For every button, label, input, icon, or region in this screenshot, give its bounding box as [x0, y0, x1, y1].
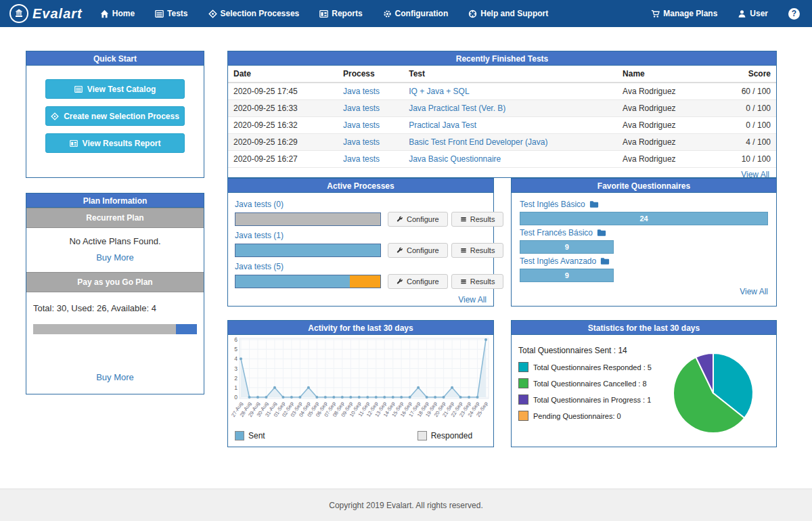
view-test-catalog-button[interactable]: View Test Catalog [45, 79, 185, 99]
cell-process: Java tests [338, 117, 403, 134]
process-progressbar [235, 275, 381, 288]
diamond-icon [51, 112, 59, 120]
plan-usage-progressbar [33, 324, 197, 334]
test-link[interactable]: Basic Test Front End Developer (Java) [409, 137, 547, 147]
col-header-score: Score [710, 66, 776, 83]
configure-button[interactable]: Configure [388, 243, 448, 258]
brand-logo[interactable]: Evalart [9, 4, 83, 23]
buy-more-link-recurrent[interactable]: Buy More [96, 252, 134, 263]
nav-item-configuration[interactable]: Configuration [383, 9, 449, 18]
statistics-title: Statistics for the last 30 days [512, 321, 776, 335]
active-processes-title: Active Processes [228, 179, 493, 193]
test-link[interactable]: Java Practical Test (Ver. B) [409, 104, 505, 113]
svg-text:1: 1 [234, 384, 238, 391]
evalart-logo-icon [9, 4, 28, 23]
create-new-selection-process-button[interactable]: Create new Selection Process [45, 106, 185, 126]
favorites-panel: Favorite Questionnaires Test Inglés Bási… [511, 178, 777, 307]
responded-legend-swatch [418, 431, 427, 440]
process-name-link[interactable]: Java tests (5) [235, 262, 284, 271]
col-header-test: Test [403, 66, 617, 83]
test-link[interactable]: Practical Java Test [409, 120, 476, 130]
plan-available-segment [176, 324, 197, 334]
results-icon [460, 247, 467, 254]
sent-legend-label: Sent [248, 431, 265, 440]
folder-icon[interactable] [597, 228, 606, 237]
nav-item-help-and-support[interactable]: Help and Support [468, 9, 548, 18]
process-link[interactable]: Java tests [343, 87, 380, 96]
view-results-report-button[interactable]: View Results Report [45, 133, 185, 153]
configure-button[interactable]: Configure [388, 212, 448, 227]
statistics-legend: Total Questionnaires Sent : 14 Total Que… [518, 342, 659, 447]
test-link[interactable]: Java Basic Questionnaire [409, 154, 501, 164]
nav-item-home[interactable]: Home [100, 9, 135, 18]
nav-item-tests[interactable]: Tests [155, 9, 187, 18]
help-question-icon[interactable]: ? [788, 8, 800, 20]
activity-panel: Activity for the last 30 days 012345627-… [227, 320, 494, 447]
favorite-test-link[interactable]: Test Francés Básico [520, 228, 593, 237]
process-link[interactable]: Java tests [343, 154, 380, 164]
favorites-view-all-link[interactable]: View All [740, 287, 768, 296]
svg-text:0: 0 [234, 394, 238, 401]
svg-text:3: 3 [234, 365, 238, 372]
plan-info-panel: Plan Information Recurrent Plan No Activ… [26, 193, 204, 394]
process-link[interactable]: Java tests [343, 104, 380, 113]
top-navbar: Evalart HomeTestsSelection ProcessesRepo… [0, 0, 812, 27]
cart-icon [651, 9, 660, 18]
statistics-legend-item: Total Questionnaires Responded : 5 [518, 362, 659, 372]
process-name-link[interactable]: Java tests (1) [235, 231, 284, 240]
svg-text:6: 6 [234, 336, 238, 343]
page-footer: Copyright 2019 Evalart. All rights reser… [0, 489, 812, 521]
user-icon [738, 9, 746, 18]
nav-item-reports[interactable]: Reports [319, 9, 362, 18]
process-link[interactable]: Java tests [343, 137, 380, 147]
favorite-test-link[interactable]: Test Inglés Básico [520, 200, 585, 209]
results-button[interactable]: Results [451, 212, 504, 227]
wrench-icon [397, 278, 403, 285]
favorite-test-link[interactable]: Test Inglés Avanzado [520, 256, 596, 266]
active-processes-view-all-link[interactable]: View All [458, 295, 487, 304]
cell-name: Ava Rodriguez [617, 134, 710, 151]
results-button[interactable]: Results [451, 243, 504, 258]
no-active-plans-text: No Active Plans Found. [26, 228, 204, 249]
responded-legend-label: Responded [431, 431, 472, 440]
favorite-item: Test Francés Básico9 [520, 228, 768, 254]
statistics-legend-item: Total Questionnaires in Progress : 1 [518, 394, 659, 405]
process-name-link[interactable]: Java tests (0) [235, 200, 284, 209]
cell-name: Ava Rodriguez [617, 117, 710, 134]
total-sent-text: Total Questionnaires Sent : 14 [518, 346, 659, 355]
process-row: Java tests (5)ConfigureResults [235, 260, 487, 289]
reports-grid-icon [319, 9, 328, 18]
folder-icon[interactable] [600, 256, 610, 266]
favorites-title: Favorite Questionnaires [512, 179, 776, 193]
results-icon [460, 278, 467, 285]
plan-totals-text: Total: 30, Used: 26, Available: 4 [26, 292, 204, 319]
active-processes-panel: Active Processes Java tests (0)Configure… [227, 178, 494, 307]
process-link[interactable]: Java tests [343, 120, 380, 130]
nav-item-selection-processes[interactable]: Selection Processes [208, 9, 300, 18]
configure-button[interactable]: Configure [388, 274, 448, 289]
cell-score: 0 / 100 [710, 100, 776, 117]
quick-start-panel: Quick Start View Test CatalogCreate new … [26, 51, 204, 178]
cell-test: IQ + Java + SQL [403, 83, 617, 100]
folder-icon[interactable] [589, 200, 599, 209]
table-row: 2020-09-25 17:45Java testsIQ + Java + SQ… [228, 83, 776, 100]
nav-item-manage-plans[interactable]: Manage Plans [651, 9, 717, 18]
process-progressbar [235, 244, 381, 257]
cell-date: 2020-09-25 17:45 [228, 83, 338, 100]
cell-process: Java tests [338, 134, 403, 151]
table-row: 2020-09-25 16:29Java testsBasic Test Fro… [228, 134, 776, 151]
copyright-text: Copyright 2019 Evalart. All rights reser… [329, 501, 482, 510]
legend-swatch [518, 411, 528, 421]
nav-item-user[interactable]: User [738, 9, 768, 18]
test-link[interactable]: IQ + Java + SQL [409, 87, 469, 96]
cell-test: Practical Java Test [403, 117, 617, 134]
progress-blue-segment [235, 275, 350, 288]
gear-icon [383, 9, 392, 18]
cell-process: Java tests [338, 151, 403, 168]
results-button[interactable]: Results [451, 274, 504, 289]
col-header-process: Process [338, 66, 403, 83]
buy-more-link-payg[interactable]: Buy More [96, 372, 134, 382]
progress-blue-segment [235, 244, 380, 256]
process-row: Java tests (1)ConfigureResults [235, 229, 487, 258]
sent-legend-swatch [235, 431, 244, 440]
